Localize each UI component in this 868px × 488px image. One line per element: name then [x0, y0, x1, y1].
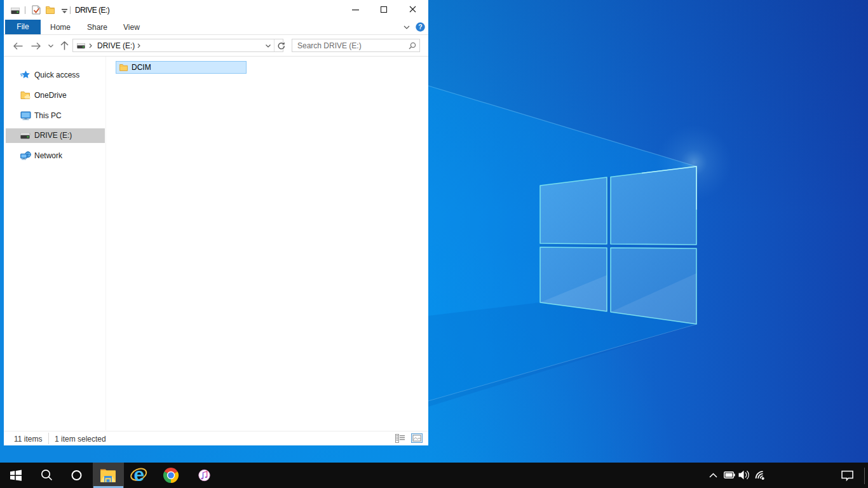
- svg-text:?: ?: [418, 23, 422, 30]
- svg-text:e: e: [133, 464, 144, 485]
